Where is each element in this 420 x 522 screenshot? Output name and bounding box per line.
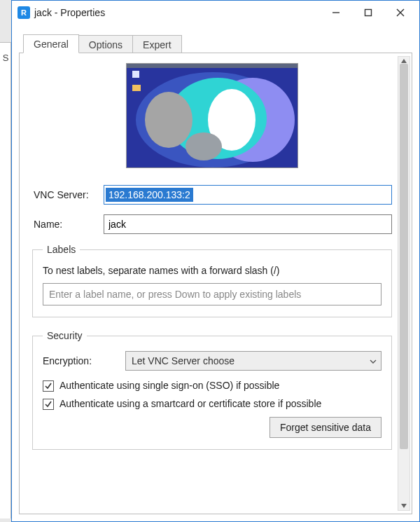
svg-rect-14 (132, 85, 141, 91)
svg-rect-1 (365, 10, 372, 16)
panel-inner: VNC Server: 192.168.200.133:2 Name: Labe… (32, 63, 392, 504)
labels-legend: Labels (43, 244, 80, 255)
tab-expert[interactable]: Expert (132, 35, 181, 53)
tab-general[interactable]: General (23, 34, 79, 53)
forget-button-row: Forget sensitive data (43, 417, 382, 438)
svg-point-12 (186, 132, 222, 160)
window-title: jack - Properties (34, 7, 105, 18)
minimize-button[interactable] (320, 2, 352, 23)
svg-rect-15 (127, 64, 298, 68)
labels-fieldset: Labels To nest labels, separate names wi… (32, 244, 392, 317)
sso-checkbox[interactable] (43, 380, 54, 392)
labels-hint: To nest labels, separate names with a fo… (43, 265, 382, 276)
vnc-server-value: 192.168.200.133:2 (106, 188, 193, 202)
scrollbar-vertical[interactable] (398, 56, 410, 511)
row-name: Name: (32, 214, 392, 234)
labels-input[interactable] (43, 283, 382, 305)
row-encryption: Encryption: Let VNC Server choose (43, 351, 382, 371)
remote-preview-thumbnail (126, 63, 298, 168)
svg-rect-13 (132, 71, 139, 78)
properties-window: R jack - Properties General Options Expe… (11, 0, 420, 522)
chevron-down-icon (370, 355, 377, 366)
vnc-server-label: VNC Server: (32, 189, 104, 200)
maximize-icon (364, 8, 372, 17)
row-smartcard-checkbox: Authenticate using a smartcard or certif… (43, 397, 382, 410)
check-icon (44, 400, 52, 408)
close-button[interactable] (384, 2, 416, 23)
tabstrip: General Options Expert (19, 32, 412, 53)
smartcard-checkbox-label: Authenticate using a smartcard or certif… (59, 397, 382, 410)
app-icon: R (18, 6, 30, 19)
minimize-icon (332, 8, 340, 17)
name-label: Name: (32, 219, 104, 230)
name-input[interactable] (104, 214, 392, 234)
encryption-dropdown[interactable]: Let VNC Server choose (125, 351, 382, 371)
tab-panel-general: VNC Server: 192.168.200.133:2 Name: Labe… (19, 53, 412, 514)
scroll-down-icon[interactable] (398, 500, 410, 511)
smartcard-checkbox[interactable] (43, 399, 54, 410)
titlebar[interactable]: R jack - Properties (12, 1, 419, 25)
forget-sensitive-data-button[interactable]: Forget sensitive data (270, 417, 382, 438)
maximize-button[interactable] (352, 2, 384, 23)
security-fieldset: Security Encryption: Let VNC Server choo… (32, 330, 392, 450)
background-strip (0, 42, 11, 518)
encryption-label: Encryption: (43, 355, 125, 366)
scrollbar-thumb[interactable] (400, 64, 408, 449)
row-sso-checkbox: Authenticate using single sign-on (SSO) … (43, 379, 382, 392)
svg-marker-4 (401, 59, 407, 63)
content-area: General Options Expert (19, 32, 412, 514)
encryption-value: Let VNC Server choose (132, 355, 234, 366)
preview-image (127, 64, 298, 168)
tab-options[interactable]: Options (78, 35, 133, 53)
svg-point-10 (145, 92, 192, 148)
sso-checkbox-label: Authenticate using single sign-on (SSO) … (59, 379, 382, 392)
check-icon (44, 382, 52, 390)
row-vnc-server: VNC Server: 192.168.200.133:2 (32, 185, 392, 205)
svg-marker-5 (401, 504, 407, 508)
security-legend: Security (43, 330, 87, 341)
vnc-server-input[interactable]: 192.168.200.133:2 (104, 185, 392, 205)
close-icon (396, 8, 405, 17)
preview-wrap (32, 63, 392, 168)
